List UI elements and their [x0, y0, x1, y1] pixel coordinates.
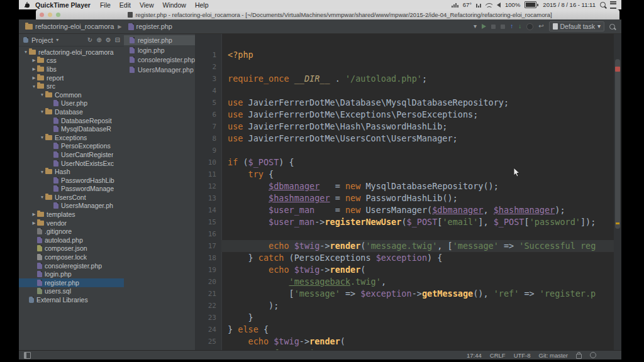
run-config-dropdown-icon[interactable]: ▾ [474, 23, 477, 30]
tree-item-usernotexistsexc[interactable]: UserNotExistsExc [19, 159, 124, 168]
tree-down-arrow-icon[interactable]: ▼ [39, 92, 45, 97]
code-line-22[interactable]: 22 ); [195, 300, 614, 312]
tree-item-composer-lock[interactable]: composer.lock [19, 253, 124, 261]
code-line-25[interactable]: 25 echo $twig->render( [195, 336, 614, 348]
tree-item-register-php[interactable]: register.php [19, 278, 124, 287]
tree-item-refactoring-eloi-rocamora[interactable]: ▼refactoring-eloi_rocamora [19, 48, 124, 57]
zoom-window-button[interactable] [56, 13, 60, 17]
tree-item-libs[interactable]: ▶libs [19, 65, 124, 74]
tree-down-arrow-icon[interactable]: ▼ [39, 135, 45, 140]
spotlight-search-icon[interactable] [600, 2, 606, 8]
tree-item-exceptions[interactable]: ▼Exceptions [19, 133, 124, 142]
code-line-2[interactable]: 2 [195, 61, 614, 73]
tree-item-templates[interactable]: ▶templates [19, 210, 124, 219]
document-proxy-icon[interactable] [128, 12, 133, 18]
apple-menu-icon[interactable] [25, 2, 30, 8]
run-button[interactable] [482, 24, 486, 29]
battery-icon[interactable] [525, 1, 538, 8]
tree-item-passwordmanage[interactable]: PasswordManage [19, 185, 124, 194]
update-project-icon[interactable]: ↑ [510, 23, 513, 30]
tree-item-database[interactable]: ▼Database [19, 107, 124, 116]
breakpoint-mute-icon[interactable] [526, 23, 533, 30]
code-line-17[interactable]: 17 echo $twig->render('message.twig', ['… [195, 240, 614, 252]
encoding-label[interactable]: UTF-8 [514, 352, 531, 359]
code-line-16[interactable]: 16 [195, 228, 614, 240]
stop-button[interactable] [501, 25, 505, 29]
code-line-8[interactable]: 8use JavierFerrerDotMe\UsersCont\UsersMa… [195, 133, 614, 145]
refresh-icon[interactable]: ↻ [87, 36, 92, 43]
tree-item-report[interactable]: ▶report [19, 74, 124, 82]
editor-tab-login-php[interactable]: login.php [124, 45, 195, 55]
editor-tab-usersmanager-php[interactable]: UsersManager.php [124, 65, 195, 75]
task-selector[interactable]: Default task ▾ [549, 21, 604, 31]
tree-right-arrow-icon[interactable]: ▶ [31, 75, 37, 80]
tree-right-arrow-icon[interactable]: ▶ [31, 67, 37, 72]
tree-down-arrow-icon[interactable]: ▼ [39, 109, 45, 114]
readonly-lock-icon[interactable] [576, 354, 582, 359]
code-line-15[interactable]: 15 $user_man->registerNewUser($_POST['em… [195, 216, 614, 228]
editor-tab-register-php[interactable]: register.php [124, 35, 195, 45]
tree-right-arrow-icon[interactable]: ▶ [31, 212, 37, 217]
collapse-all-icon[interactable]: ⊟ [115, 36, 120, 43]
debug-button[interactable] [491, 25, 496, 29]
code-line-18[interactable]: 18 } catch (PersoExceptions $exception) … [195, 252, 614, 264]
code-line-1[interactable]: 1<?php [195, 49, 614, 61]
code-line-21[interactable]: 21 ['message' => $exception->getMessage(… [195, 288, 614, 300]
window-titlebar[interactable]: register.php - refactoring-eloi_rocamora… [36, 9, 619, 19]
editor-scrollbar[interactable] [614, 34, 621, 351]
wifi-icon[interactable] [486, 3, 492, 8]
project-panel-header[interactable]: Project ▾ ↻ ⊕ ⚙ ⊟ [19, 34, 124, 47]
notification-center-icon[interactable] [610, 1, 616, 9]
tree-down-arrow-icon[interactable]: ▼ [23, 50, 29, 54]
search-everywhere-icon[interactable] [609, 24, 615, 30]
temperature-label[interactable]: 67° [463, 1, 472, 8]
code-line-6[interactable]: 6use JavierFerrerDotMe\Exceptions\PersoE… [195, 109, 614, 121]
code-line-23[interactable]: 23 } [195, 312, 614, 324]
tree-item-composer-json[interactable]: composer.json [19, 244, 124, 253]
tree-item-databasereposit[interactable]: DatabaseReposit [19, 116, 124, 125]
tree-item-persoexceptions[interactable]: PersoExceptions [19, 142, 124, 151]
code-line-3[interactable]: 3require_once __DIR__ . '/autoload.php'; [195, 73, 614, 85]
tree-item--gitignore[interactable]: .gitignore [19, 227, 124, 236]
tree-down-arrow-icon[interactable]: ▼ [31, 84, 37, 89]
tree-item-usersmanager-ph[interactable]: UsersManager.ph [19, 202, 124, 211]
code-line-24[interactable]: 24} else { [195, 324, 614, 336]
clock-label[interactable]: 2015 / 8 / 16 - 11:11 [543, 1, 596, 8]
editor-tab-consoleregister-php[interactable]: consoleregister.php [124, 55, 195, 65]
tree-item-userscont[interactable]: ▼UsersCont [19, 193, 124, 202]
code-line-11[interactable]: 11 try { [195, 168, 614, 180]
code-line-4[interactable]: 4 [195, 85, 614, 97]
code-editor[interactable]: 1<?php23require_once __DIR__ . '/autoloa… [195, 34, 621, 351]
project-view-dropdown-icon[interactable]: ▾ [56, 38, 58, 43]
code-line-10[interactable]: 10if ($_POST) { [195, 156, 614, 168]
tree-down-arrow-icon[interactable]: ▼ [39, 170, 45, 174]
code-line-12[interactable]: 12 $dbmanager = new MysqlDatabaseReposit… [195, 180, 614, 192]
code-line-19[interactable]: 19 echo $twig->render( [195, 264, 614, 276]
toolwindow-toggle-icon[interactable] [24, 352, 31, 359]
code-line-20[interactable]: 20 'messageback.twig', [195, 276, 614, 288]
caret-position-label[interactable]: 17:44 [467, 352, 482, 359]
error-stripe-mark[interactable] [615, 67, 620, 72]
commit-icon[interactable]: ↓ [518, 23, 521, 30]
code-line-5[interactable]: 5use JavierFerrerDotMe\Database\MysqlDat… [195, 97, 614, 109]
tree-item-vendor[interactable]: ▶vendor [19, 219, 124, 228]
tree-item-hash[interactable]: ▼Hash [19, 167, 124, 176]
menu-edit[interactable]: Edit [115, 1, 135, 9]
menu-view[interactable]: View [135, 1, 158, 9]
tree-item-mysqldatabaser[interactable]: MysqlDatabaseR [19, 124, 124, 133]
volume-icon[interactable] [497, 3, 501, 8]
breadcrumb-project[interactable]: refactoring-eloi_rocamora [25, 23, 114, 30]
breadcrumb-file[interactable]: register.php [128, 23, 172, 30]
highlighting-level-icon[interactable] [590, 352, 596, 358]
code-line-14[interactable]: 14 $user_man = new UsersManager($dbmanag… [195, 204, 614, 216]
cpu-meter-icon[interactable] [452, 3, 458, 8]
tree-item-users-sql[interactable]: users.sql [19, 287, 124, 296]
close-window-button[interactable] [40, 13, 44, 17]
menu-help[interactable]: Help [191, 1, 213, 9]
tree-item-common[interactable]: ▼Common [19, 90, 124, 99]
tree-item-consoleregister-php[interactable]: consoleregister.php [19, 261, 124, 270]
tree-item-login-php[interactable]: login.php [19, 270, 124, 278]
tree-item-autoload-php[interactable]: autoload.php [19, 236, 124, 244]
code-line-13[interactable]: 13 $hashmanager = new PasswordHashLib(); [195, 192, 614, 204]
tree-item-external-libraries[interactable]: External Libraries [19, 295, 124, 304]
